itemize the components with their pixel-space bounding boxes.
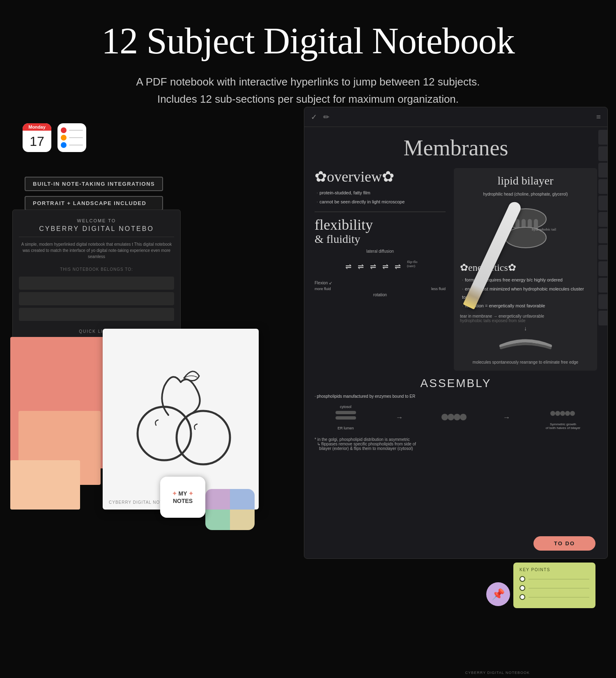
hydrophilic-text: hydrophilic head (choline, phosphate, gl… (460, 191, 591, 198)
side-tab-5 (598, 196, 607, 210)
side-tab-4 (598, 179, 607, 194)
svg-point-1 (177, 411, 230, 464)
key-point-2 (519, 585, 589, 591)
flexibility-title: flexibility (315, 217, 446, 233)
todo-container: TO DO (533, 536, 595, 551)
badge-orientation: PORTRAIT + LANDSCAPE INCLUDED (25, 196, 163, 210)
nb-title: CYBERRY DIGITAL NOTEBO (19, 225, 174, 237)
check-icon: ✓ (311, 113, 317, 122)
svg-point-24 (550, 411, 555, 416)
nb-tab-2 (19, 292, 174, 305)
left-column: ✿overview✿ protein-studded, fatty film c… (315, 168, 446, 371)
side-tab-3 (598, 163, 607, 178)
calendar-icon: Monday 17 (23, 123, 51, 152)
svg-point-26 (560, 411, 565, 416)
cherry-illustration (123, 357, 238, 481)
assembly-section: ASSEMBLY · phospholipids manufactured by… (315, 377, 597, 451)
bent-bilayer (460, 334, 591, 360)
side-tab-2 (598, 146, 607, 161)
flexibility-section: flexibility & fluidity lateral diffusion… (315, 217, 446, 297)
main-title: 12 Subject Digital Notebook (0, 21, 616, 61)
two-column-layout: ✿overview✿ protein-studded, fatty film c… (315, 168, 597, 371)
svg-point-27 (565, 411, 570, 416)
golgi-text: * in the golgi, phospholipid distributio… (315, 437, 597, 451)
side-tab-12 (598, 311, 607, 325)
pencil-icon: ✏ (323, 113, 329, 122)
page-header: 12 Subject Digital Notebook A PDF notebo… (0, 0, 616, 116)
color-grid-sticker (205, 489, 255, 530)
energetics-bullet-3: formation = energetically most favorable (462, 302, 591, 311)
lateral-diffusion: lateral diffusion (315, 249, 446, 254)
blue-dot (61, 142, 67, 148)
side-tab-11 (598, 294, 607, 309)
svg-text:⇌: ⇌ (395, 263, 401, 271)
nb-subject-tabs (13, 273, 180, 324)
flexion-label: Flexion ↙ (315, 281, 446, 285)
side-tab-7 (598, 228, 607, 243)
diffusion-diagram: ⇌ ⇌ ⇌ ⇌ ⇌ flip-flop (rare) (343, 257, 417, 277)
assembly-diagram-item-3: Symmetric growthof both halves of bilaye… (546, 405, 581, 430)
app-icons: Monday 17 (23, 123, 86, 152)
bottom-label: CYBERRY DIGITAL NOTEBOOK (465, 671, 530, 675)
svg-text:(rare): (rare) (407, 264, 415, 268)
right-column: lipid bilayer hydrophilic head (choline,… (454, 168, 597, 371)
color-grid-tl (205, 489, 230, 510)
todo-button[interactable]: TO DO (533, 536, 595, 551)
nb-tab-1 (19, 277, 174, 290)
key-point-1 (519, 576, 589, 582)
kp-line-1 (529, 579, 589, 579)
side-tab-6 (598, 212, 607, 227)
assembly-title: ASSEMBLY (315, 377, 597, 390)
arrow-right-2: → (503, 413, 510, 422)
svg-text:⇌: ⇌ (345, 263, 352, 271)
exposed-text: hydrophobic tails exposed from side (460, 318, 591, 323)
assembly-diagram-item-1: cytosol ER lumen (331, 405, 360, 430)
nb-desc: A simple, modern hyperlinked digital not… (13, 237, 180, 264)
reminders-icon (57, 123, 86, 152)
overview-bullets: protein-studded, fatty film cannot be se… (315, 189, 446, 207)
key-point-3 (519, 594, 589, 600)
svg-point-22 (454, 414, 460, 420)
my-notes-text: ✦ MY ✦NOTES (172, 490, 194, 505)
kp-circle-1 (519, 576, 525, 582)
svg-point-20 (441, 414, 448, 420)
reminder-line (69, 130, 83, 131)
nb-welcome: WELCOME TO (13, 210, 180, 225)
pin-circle: 📌 (486, 582, 510, 606)
assembly-svg-2 (439, 409, 467, 425)
red-dot (61, 127, 67, 133)
white-nb-footer: CYBERRY DIGITAL NOT (109, 500, 163, 505)
subtitle: A PDF notebook with interactive hyperlin… (0, 74, 616, 108)
my-notes-sticker: ✦ MY ✦NOTES (160, 477, 205, 518)
svg-text:hydrophobic tail: hydrophobic tail (532, 227, 556, 231)
badge-integrations: BUILT-IN NOTE-TAKING INTEGRATIONS (25, 177, 163, 191)
calendar-date: 17 (23, 131, 51, 152)
svg-rect-18 (336, 411, 356, 414)
key-points-container: KEY POINTS (513, 563, 595, 608)
side-tab-9 (598, 261, 607, 276)
side-tab-8 (598, 245, 607, 260)
kp-circle-3 (519, 594, 525, 600)
overview-bullet-1: protein-studded, fatty film (317, 189, 446, 198)
svg-point-28 (570, 411, 575, 416)
kp-line-3 (529, 597, 589, 597)
kp-line-2 (529, 588, 589, 588)
less-fluid-label: less fluid (431, 287, 446, 291)
overview-section: ✿overview✿ protein-studded, fatty film c… (315, 168, 446, 207)
svg-text:flip-flop: flip-flop (407, 260, 417, 264)
right-notebook-mockup: ✓ ✏ ≡ Membranes ✿overview✿ protein-studd… (304, 107, 608, 559)
tear-text: tear in membrane → energetically unfavor… (460, 314, 591, 318)
stick-figures: ⇌ ⇌ ⇌ ⇌ ⇌ flip-flop (rare) (315, 254, 446, 281)
side-tab-10 (598, 278, 607, 293)
svg-text:⇌: ⇌ (358, 263, 364, 271)
svg-point-25 (555, 411, 560, 416)
more-fluid-label: more fluid (315, 287, 331, 291)
key-points-box: KEY POINTS (513, 563, 595, 608)
rn-toolbar: ✓ ✏ ≡ (304, 107, 607, 127)
fluidity-title: & fluidity (315, 233, 446, 246)
key-points-title: KEY POINTS (519, 567, 589, 572)
side-tabs (596, 130, 607, 325)
rearrange-text: molecules spontaneously rearrange to eli… (460, 360, 591, 364)
orange-dot (61, 135, 67, 141)
menu-icon: ≡ (596, 112, 601, 122)
